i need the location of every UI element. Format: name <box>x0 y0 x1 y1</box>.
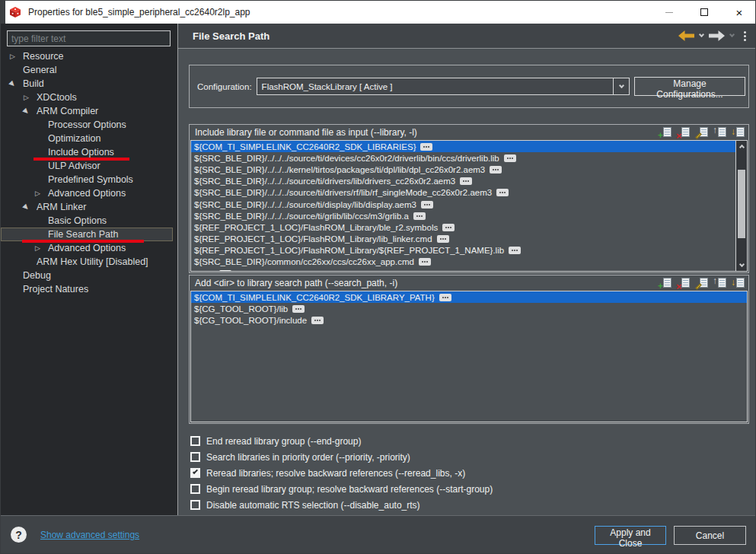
tree-item-build[interactable]: ▶Build <box>1 77 177 91</box>
add-icon[interactable]: + <box>658 277 671 289</box>
list-item[interactable]: ${CG_TOOL_ROOT}/lib <box>191 303 747 314</box>
list-item[interactable]: ${SRC_BLE_DIR}/../../../source/ti/device… <box>191 152 735 164</box>
browse-ellipsis-button[interactable] <box>219 270 231 271</box>
list-item[interactable]: ${REF_PROJECT_1_LOC}/FlashROM_Library/${… <box>191 245 735 256</box>
checked-checkbox-icon[interactable] <box>190 468 200 478</box>
show-advanced-settings-link[interactable]: Show advanced settings <box>40 530 139 540</box>
collapsed-arrow-icon[interactable]: ▷ <box>10 53 23 60</box>
back-dropdown-chevron-icon[interactable] <box>699 32 704 37</box>
delete-icon[interactable]: × <box>676 126 690 138</box>
collapsed-arrow-icon[interactable]: ▷ <box>35 189 48 197</box>
apply-and-close-button[interactable]: Apply and Close <box>595 526 666 545</box>
list-item[interactable]: ${SRC_BLE_DIR}/common/cc26xx/ccs/cc26xx_… <box>191 256 735 268</box>
list-item[interactable]: ${COM_TI_SIMPLELINK_CC2640R2_SDK_LIBRARY… <box>191 291 747 303</box>
tree-item-general[interactable]: General <box>1 63 177 77</box>
edit-icon[interactable] <box>694 277 708 289</box>
back-arrow-icon[interactable] <box>678 30 694 41</box>
tree-item-processor-options[interactable]: Processor Options <box>1 118 177 132</box>
close-button[interactable]: × <box>722 1 756 24</box>
list-item[interactable]: ${REF_PROJECT_1_LOC}/FlashROM_Library/li… <box>191 234 735 245</box>
browse-ellipsis-button[interactable] <box>439 294 451 301</box>
collapsed-arrow-icon[interactable]: ▷ <box>24 94 37 101</box>
browse-ellipsis-button[interactable] <box>460 177 472 185</box>
browse-ellipsis-button[interactable] <box>509 247 521 254</box>
browse-ellipsis-button[interactable] <box>504 154 516 162</box>
browse-ellipsis-button[interactable] <box>413 212 426 220</box>
configuration-select[interactable]: FlashROM_StackLibrary [ Active ] <box>257 78 630 95</box>
dot <box>298 308 299 310</box>
browse-ellipsis-button[interactable] <box>442 224 455 231</box>
forward-arrow-icon[interactable] <box>709 30 725 41</box>
view-menu-icon[interactable] <box>744 31 746 41</box>
checkbox-reread-libraries-resolve-backward-references[interactable]: Reread libraries; resolve backward refer… <box>190 465 493 481</box>
tree-item-arm-compiler[interactable]: ▶ARM Compiler <box>1 104 177 118</box>
configuration-value: FlashROM_StackLibrary [ Active ] <box>257 82 613 91</box>
scroll-up-button[interactable] <box>736 141 747 152</box>
browse-ellipsis-button[interactable] <box>292 305 305 313</box>
list-item[interactable]: ${SRC_BLE_DIR}/../../../source/ti/driver… <box>191 176 735 187</box>
tree-item-predefined-symbols[interactable]: Predefined Symbols <box>1 173 177 186</box>
move-down-icon[interactable]: ↓ <box>731 126 745 138</box>
browse-ellipsis-button[interactable] <box>421 201 433 209</box>
unchecked-checkbox-icon[interactable] <box>190 484 200 494</box>
linker-option-checkboxes: End reread library group (--end-group)Se… <box>190 433 493 513</box>
combo-dropdown-button[interactable] <box>613 78 629 94</box>
list-item[interactable]: ${SRC_BLE_DIR}/../../../kernel/tirtos/pa… <box>191 164 735 175</box>
cancel-button[interactable]: Cancel <box>674 526 746 545</box>
list-item[interactable]: ${REF_PROJECT_1_LOC}/FlashROM_Library/bl… <box>191 221 735 233</box>
list-item[interactable]: ${SRC_BLE_DIR}/../../../source/ti/driver… <box>191 187 735 199</box>
collapsed-arrow-icon[interactable]: ▷ <box>35 244 48 252</box>
browse-ellipsis-button[interactable] <box>419 258 431 266</box>
expanded-arrow-icon[interactable]: ▶ <box>24 107 37 115</box>
checkbox-search-libraries-in-priority-order[interactable]: Search libraries in priority order (--pr… <box>190 449 493 465</box>
unchecked-checkbox-icon[interactable] <box>190 500 200 510</box>
list-item[interactable]: ${CG_TOOL_ROOT}/include <box>191 314 747 326</box>
tree-item-xdctools[interactable]: ▷XDCtools <box>1 91 177 104</box>
browse-ellipsis-button[interactable] <box>437 235 449 243</box>
scrollbar-track[interactable] <box>736 152 747 259</box>
list-item[interactable]: libc.a <box>191 268 735 271</box>
move-down-icon[interactable]: ↓ <box>731 277 745 289</box>
forward-dropdown-chevron-icon[interactable] <box>729 32 735 37</box>
unchecked-checkbox-icon[interactable] <box>190 436 200 446</box>
list-item[interactable]: ${COM_TI_SIMPLELINK_CC2640R2_SDK_LIBRARI… <box>191 141 735 152</box>
checkbox-begin-reread-library-group-resolve-backward-references[interactable]: Begin reread library group; resolve back… <box>190 481 493 497</box>
list-item[interactable]: ${SRC_BLE_DIR}/../../../source/ti/displa… <box>191 199 735 210</box>
tree-item-resource[interactable]: ▷Resource <box>1 49 177 63</box>
search-path-toolbar: +×↑↓ <box>658 277 745 289</box>
expanded-arrow-icon[interactable]: ▶ <box>24 203 37 211</box>
tree-item-arm-linker[interactable]: ▶ARM Linker <box>1 200 177 214</box>
manage-configurations-button[interactable]: Manage Configurations... <box>634 77 745 96</box>
tree-item-basic-options[interactable]: Basic Options <box>1 214 177 228</box>
tree-item-include-options[interactable]: Include Options <box>1 145 177 159</box>
move-up-icon[interactable]: ↑ <box>713 277 726 289</box>
browse-ellipsis-button[interactable] <box>490 166 502 174</box>
tree-item-advanced-options[interactable]: ▷Advanced Options <box>1 241 177 255</box>
delete-icon[interactable]: × <box>676 277 690 289</box>
tree-item-project-natures[interactable]: Project Natures <box>1 282 177 296</box>
tree-item-optimization[interactable]: Optimization <box>1 132 177 145</box>
unchecked-checkbox-icon[interactable] <box>190 452 200 462</box>
maximize-button[interactable] <box>687 1 722 24</box>
filter-input[interactable] <box>7 30 171 46</box>
tree-item-debug[interactable]: Debug <box>1 269 177 282</box>
browse-ellipsis-button[interactable] <box>496 189 509 196</box>
list-item[interactable]: ${SRC_BLE_DIR}/../../../source/ti/grlib/… <box>191 210 735 221</box>
expanded-arrow-icon[interactable]: ▶ <box>10 80 23 88</box>
checkbox-end-reread-library-group[interactable]: End reread library group (--end-group) <box>190 433 493 449</box>
add-icon[interactable]: + <box>658 126 671 138</box>
vertical-scrollbar[interactable] <box>735 141 747 271</box>
edit-icon[interactable] <box>694 126 708 138</box>
scrollbar-thumb[interactable] <box>738 170 745 238</box>
browse-ellipsis-button[interactable] <box>311 317 324 324</box>
tree-item-arm-hex-utility-disabled[interactable]: ARM Hex Utility [Disabled] <box>1 255 177 269</box>
tree-item-file-search-path[interactable]: File Search Path <box>1 228 173 241</box>
checkbox-disable-automatic-rts-selection[interactable]: Disable automatic RTS selection (--disab… <box>190 497 493 513</box>
move-up-icon[interactable]: ↑ <box>713 126 726 138</box>
scroll-down-button[interactable] <box>736 259 747 271</box>
minimize-button[interactable] <box>652 1 687 24</box>
tree-item-ulp-advisor[interactable]: ULP Advisor <box>1 159 177 173</box>
browse-ellipsis-button[interactable] <box>420 143 432 151</box>
help-icon[interactable]: ? <box>11 527 27 543</box>
tree-item-advanced-options[interactable]: ▷Advanced Options <box>1 186 177 200</box>
